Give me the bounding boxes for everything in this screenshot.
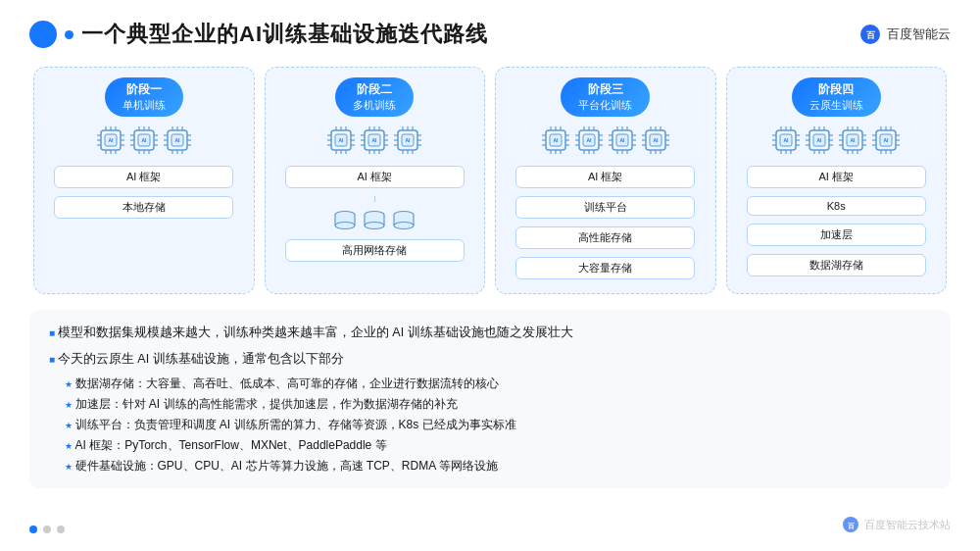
stage-card-1: 阶段一 单机训练 bbox=[33, 67, 255, 294]
svg-text:AI: AI bbox=[784, 137, 790, 143]
bottom-dots bbox=[29, 526, 65, 533]
chip-icon: AI bbox=[359, 125, 390, 156]
chip-icon: AI bbox=[770, 125, 802, 156]
chip-icon: AI bbox=[804, 125, 835, 156]
bullet-sub-4: AI 框架：PyTorch、TensorFlow、MXNet、PaddlePad… bbox=[65, 435, 931, 456]
comp-ai-framework-2: AI 框架 bbox=[285, 166, 465, 188]
stages-row: 阶段一 单机训练 bbox=[29, 67, 951, 294]
svg-text:AI: AI bbox=[174, 137, 180, 143]
chip-icon: AI bbox=[607, 125, 638, 156]
comp-ai-framework-3: AI 框架 bbox=[515, 166, 695, 188]
bullet-main-2: 今天的云原生 AI 训练基础设施，通常包含以下部分 bbox=[49, 348, 931, 371]
chips-area-2: AI AI bbox=[325, 125, 423, 156]
bullet-sub-5: 硬件基础设施：GPU、CPU、AI 芯片等算力设施，高速 TCP、RDMA 等网… bbox=[65, 456, 931, 476]
chip-icon: AI bbox=[870, 125, 902, 156]
header: 一个典型企业的AI训练基础设施迭代路线 百 百度智能云 bbox=[29, 20, 951, 49]
svg-text:AI: AI bbox=[851, 137, 857, 143]
bullet-sub-3: 训练平台：负责管理和调度 AI 训练所需的算力、存储等资源，K8s 已经成为事实… bbox=[65, 415, 931, 435]
baidu-logo-icon: 百 bbox=[859, 24, 881, 45]
stage-badge-1: 阶段一 单机训练 bbox=[105, 77, 183, 117]
stage-card-4: 阶段四 云原生训练 bbox=[726, 67, 948, 294]
comp-training-platform-3: 训练平台 bbox=[515, 196, 695, 219]
bullet-sub-2: 加速层：针对 AI 训练的高性能需求，提供加速层，作为数据湖存储的补充 bbox=[65, 394, 931, 415]
chips-area-4: AI AI bbox=[770, 125, 902, 156]
chips-area-3: AI AI bbox=[540, 125, 671, 156]
svg-point-106 bbox=[394, 223, 414, 229]
svg-text:AI: AI bbox=[553, 137, 559, 143]
bullet-main-1: 模型和数据集规模越来越大，训练种类越来越丰富，企业的 AI 训练基础设施也随之发… bbox=[49, 322, 931, 344]
watermark-text: 百度智能云技术站 bbox=[864, 518, 951, 532]
svg-text:AI: AI bbox=[586, 137, 592, 143]
svg-text:AI: AI bbox=[108, 137, 114, 143]
db-row-2 bbox=[332, 210, 416, 231]
chip-icon: AI bbox=[162, 125, 193, 156]
bullet-sub-1: 数据湖存储：大容量、高吞吐、低成本、高可靠的存储，企业进行数据流转的核心 bbox=[65, 374, 931, 394]
comp-ai-framework-1: AI 框架 bbox=[54, 166, 233, 188]
db-icon bbox=[391, 210, 416, 231]
logo-text: 百度智能云 bbox=[887, 25, 951, 43]
chip-icon: AI bbox=[837, 125, 868, 156]
svg-point-0 bbox=[29, 21, 57, 48]
dot-1 bbox=[29, 526, 37, 533]
svg-text:百: 百 bbox=[848, 523, 856, 529]
comp-ai-framework-4: AI 框架 bbox=[747, 166, 926, 188]
svg-text:AI: AI bbox=[406, 137, 412, 143]
chip-icon: AI bbox=[573, 125, 605, 156]
svg-point-96 bbox=[335, 223, 355, 229]
blue-circle-icon bbox=[29, 21, 57, 48]
svg-text:AI: AI bbox=[884, 137, 890, 143]
db-icon bbox=[362, 210, 387, 231]
chip-icon: AI bbox=[128, 125, 160, 156]
chip-icon: AI bbox=[640, 125, 671, 156]
comp-large-storage-3: 大容量存储 bbox=[515, 257, 695, 279]
stage-badge-4: 阶段四 云原生训练 bbox=[792, 77, 881, 117]
chip-icon: AI bbox=[392, 125, 423, 156]
bottom-section: 模型和数据集规模越来越大，训练种类越来越丰富，企业的 AI 训练基础设施也随之发… bbox=[29, 310, 951, 488]
stage-badge-2: 阶段二 多机训练 bbox=[335, 77, 414, 117]
svg-point-1 bbox=[65, 30, 74, 39]
chip-icon: AI bbox=[325, 125, 357, 156]
stage-card-3: 阶段三 平台化训练 bbox=[495, 67, 716, 294]
db-icon bbox=[332, 210, 358, 231]
comp-accel-layer-4: 加速层 bbox=[747, 224, 926, 246]
watermark: 百 百度智能云技术站 bbox=[842, 516, 951, 533]
svg-text:AI: AI bbox=[817, 137, 823, 143]
comp-network-storage-2: 高用网络存储 bbox=[285, 239, 465, 262]
comp-datalake-storage-4: 数据湖存储 bbox=[747, 254, 926, 276]
chip-icon: AI bbox=[540, 125, 571, 156]
sub-bullets: 数据湖存储：大容量、高吞吐、低成本、高可靠的存储，企业进行数据流转的核心 加速层… bbox=[49, 374, 931, 476]
watermark-logo-icon: 百 bbox=[842, 516, 859, 533]
dot-3 bbox=[57, 526, 65, 533]
svg-text:AI: AI bbox=[653, 137, 659, 143]
dot-2 bbox=[43, 526, 51, 533]
comp-k8s-4: K8s bbox=[747, 196, 926, 216]
stage-badge-3: 阶段三 平台化训练 bbox=[561, 77, 650, 117]
svg-point-101 bbox=[365, 223, 384, 229]
header-left: 一个典型企业的AI训练基础设施迭代路线 bbox=[29, 20, 488, 49]
title-dot-icon bbox=[65, 30, 74, 39]
svg-text:AI: AI bbox=[619, 137, 625, 143]
svg-text:AI: AI bbox=[372, 137, 378, 143]
slide-container: 一个典型企业的AI训练基础设施迭代路线 百 百度智能云 阶段一 单机训练 bbox=[0, 0, 980, 551]
chips-area-1: AI AI bbox=[95, 125, 193, 156]
comp-high-perf-storage-3: 高性能存储 bbox=[515, 226, 695, 249]
stage-card-2: 阶段二 多机训练 bbox=[265, 67, 486, 294]
logo-area: 百 百度智能云 bbox=[859, 24, 951, 45]
main-title: 一个典型企业的AI训练基础设施迭代路线 bbox=[81, 20, 488, 49]
comp-storage-1: 本地存储 bbox=[54, 196, 233, 219]
svg-text:AI: AI bbox=[339, 137, 345, 143]
chip-icon: AI bbox=[95, 125, 126, 156]
svg-text:百: 百 bbox=[866, 30, 876, 40]
svg-text:AI: AI bbox=[141, 137, 147, 143]
